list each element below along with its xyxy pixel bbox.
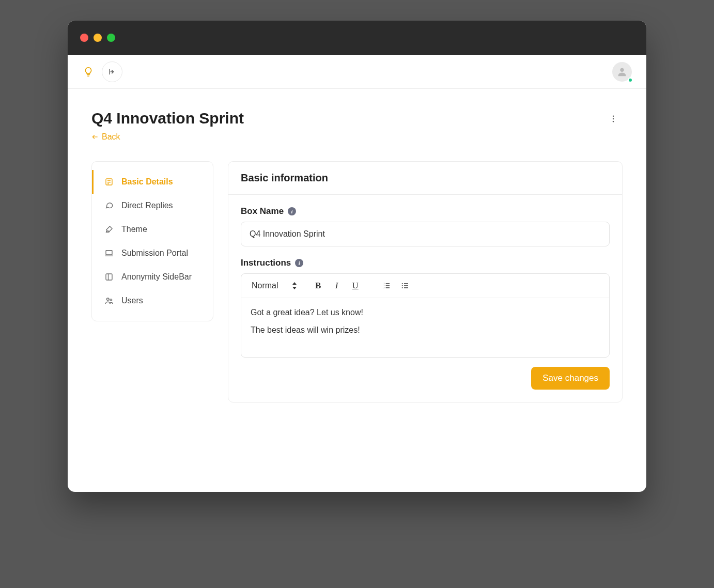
bold-button[interactable]: B: [311, 278, 326, 293]
sidebar-item-label: Basic Details: [121, 177, 173, 187]
presence-indicator: [628, 78, 633, 83]
arrow-left-icon: [91, 133, 99, 141]
window-titlebar: [68, 21, 646, 55]
users-icon: [104, 296, 114, 306]
ordered-list-icon: 123: [382, 282, 391, 290]
editor-toolbar: Normal B I U: [241, 274, 609, 298]
window-close-icon[interactable]: [80, 34, 88, 42]
svg-rect-11: [106, 251, 112, 255]
instructions-editor: Normal B I U: [241, 273, 610, 358]
svg-point-4: [613, 116, 614, 117]
info-icon[interactable]: i: [288, 207, 296, 215]
sidebar-item-anonymity-sidebar[interactable]: Anonymity SideBar: [92, 265, 213, 289]
svg-point-16: [110, 299, 112, 301]
settings-sidebar: Basic Details Direct Replies Theme: [91, 161, 213, 321]
instructions-line: Got a great idea? Let us know!: [251, 306, 600, 319]
instructions-textarea[interactable]: Got a great idea? Let us know! The best …: [241, 298, 609, 357]
app-window: Q4 Innovation Sprint Back: [68, 21, 646, 492]
info-icon[interactable]: i: [295, 259, 303, 267]
expand-icon: [108, 68, 116, 76]
instructions-label: Instructions i: [241, 258, 610, 268]
sidebar-item-label: Users: [121, 296, 143, 305]
unordered-list-button[interactable]: [397, 278, 413, 293]
box-name-label: Box Name i: [241, 206, 610, 216]
format-selected-label: Normal: [252, 281, 278, 290]
panel-icon: [104, 272, 114, 282]
window-maximize-icon[interactable]: [107, 34, 115, 42]
basic-information-panel: Basic information Box Name i Instruction…: [228, 161, 623, 403]
svg-point-29: [401, 285, 402, 286]
svg-point-5: [613, 118, 614, 119]
window-minimize-icon[interactable]: [94, 34, 102, 42]
box-name-input[interactable]: [241, 222, 610, 246]
svg-point-28: [401, 283, 402, 284]
brand-lightbulb-icon: [82, 66, 95, 78]
sidebar-item-users[interactable]: Users: [92, 289, 213, 313]
sidebar-item-label: Direct Replies: [121, 201, 173, 210]
svg-point-2: [620, 68, 624, 71]
svg-marker-17: [292, 282, 297, 285]
document-icon: [104, 177, 114, 187]
palette-icon: [104, 224, 114, 235]
kebab-icon: [609, 114, 618, 123]
caret-sort-icon: [292, 282, 297, 289]
save-changes-button[interactable]: Save changes: [531, 367, 610, 390]
italic-button[interactable]: I: [329, 278, 345, 293]
expand-sidebar-button[interactable]: [102, 61, 122, 82]
sidebar-item-label: Theme: [121, 225, 147, 234]
svg-rect-13: [106, 274, 112, 280]
sidebar-item-submission-portal[interactable]: Submission Portal: [92, 241, 213, 265]
svg-text:3: 3: [383, 286, 385, 289]
app-bar: [68, 55, 646, 89]
sidebar-item-basic-details[interactable]: Basic Details: [92, 170, 213, 194]
sidebar-item-theme[interactable]: Theme: [92, 218, 213, 241]
instructions-line: The best ideas will win prizes!: [251, 324, 600, 336]
svg-point-30: [401, 287, 402, 288]
sidebar-item-label: Anonymity SideBar: [121, 272, 192, 282]
sidebar-item-direct-replies[interactable]: Direct Replies: [92, 194, 213, 218]
user-icon: [616, 66, 628, 78]
chat-icon: [104, 200, 114, 211]
back-link[interactable]: Back: [91, 132, 120, 142]
panel-header: Basic information: [228, 162, 622, 195]
back-label: Back: [102, 132, 120, 142]
content-area: Q4 Innovation Sprint Back: [68, 89, 646, 492]
user-avatar[interactable]: [612, 62, 632, 82]
more-menu-button[interactable]: [604, 110, 623, 128]
underline-button[interactable]: U: [348, 278, 363, 293]
svg-point-15: [107, 298, 110, 301]
format-select[interactable]: Normal: [249, 279, 300, 292]
page-title: Q4 Innovation Sprint: [91, 110, 244, 127]
ordered-list-button[interactable]: 123: [379, 278, 394, 293]
laptop-icon: [104, 248, 114, 258]
sidebar-item-label: Submission Portal: [121, 249, 188, 258]
svg-point-6: [613, 121, 614, 122]
unordered-list-icon: [401, 282, 409, 290]
svg-marker-18: [292, 287, 297, 289]
